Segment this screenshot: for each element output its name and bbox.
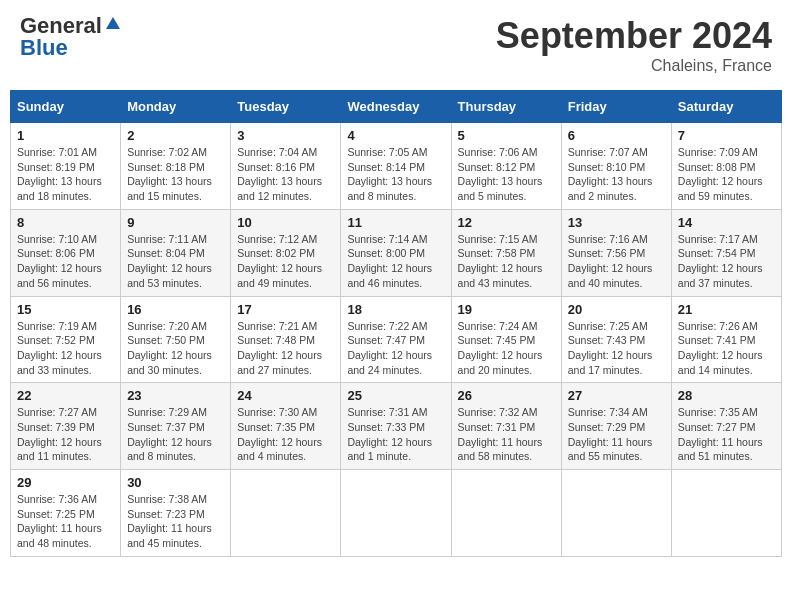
calendar-cell: 30Sunrise: 7:38 AMSunset: 7:23 PMDayligh… (121, 470, 231, 557)
calendar-cell: 29Sunrise: 7:36 AMSunset: 7:25 PMDayligh… (11, 470, 121, 557)
logo-blue: Blue (20, 37, 68, 59)
day-number: 20 (568, 302, 665, 317)
day-number: 11 (347, 215, 444, 230)
calendar-week-row: 1Sunrise: 7:01 AMSunset: 8:19 PMDaylight… (11, 123, 782, 210)
logo-general: General (20, 15, 102, 37)
day-info: Sunrise: 7:20 AMSunset: 7:50 PMDaylight:… (127, 319, 224, 378)
calendar-cell (451, 470, 561, 557)
day-number: 30 (127, 475, 224, 490)
header-thursday: Thursday (451, 91, 561, 123)
day-number: 27 (568, 388, 665, 403)
calendar-cell (231, 470, 341, 557)
day-info: Sunrise: 7:24 AMSunset: 7:45 PMDaylight:… (458, 319, 555, 378)
title-section: September 2024 Chaleins, France (496, 15, 772, 75)
month-title: September 2024 (496, 15, 772, 57)
calendar-cell: 23Sunrise: 7:29 AMSunset: 7:37 PMDayligh… (121, 383, 231, 470)
day-info: Sunrise: 7:07 AMSunset: 8:10 PMDaylight:… (568, 145, 665, 204)
day-info: Sunrise: 7:10 AMSunset: 8:06 PMDaylight:… (17, 232, 114, 291)
day-number: 10 (237, 215, 334, 230)
calendar-cell: 3Sunrise: 7:04 AMSunset: 8:16 PMDaylight… (231, 123, 341, 210)
calendar-cell: 24Sunrise: 7:30 AMSunset: 7:35 PMDayligh… (231, 383, 341, 470)
calendar-cell: 19Sunrise: 7:24 AMSunset: 7:45 PMDayligh… (451, 296, 561, 383)
day-info: Sunrise: 7:05 AMSunset: 8:14 PMDaylight:… (347, 145, 444, 204)
day-info: Sunrise: 7:32 AMSunset: 7:31 PMDaylight:… (458, 405, 555, 464)
day-number: 24 (237, 388, 334, 403)
day-number: 21 (678, 302, 775, 317)
day-info: Sunrise: 7:27 AMSunset: 7:39 PMDaylight:… (17, 405, 114, 464)
day-number: 19 (458, 302, 555, 317)
day-number: 2 (127, 128, 224, 143)
day-number: 9 (127, 215, 224, 230)
calendar-cell: 9Sunrise: 7:11 AMSunset: 8:04 PMDaylight… (121, 209, 231, 296)
calendar-cell: 25Sunrise: 7:31 AMSunset: 7:33 PMDayligh… (341, 383, 451, 470)
calendar-cell: 28Sunrise: 7:35 AMSunset: 7:27 PMDayligh… (671, 383, 781, 470)
day-info: Sunrise: 7:21 AMSunset: 7:48 PMDaylight:… (237, 319, 334, 378)
day-info: Sunrise: 7:17 AMSunset: 7:54 PMDaylight:… (678, 232, 775, 291)
calendar-cell: 16Sunrise: 7:20 AMSunset: 7:50 PMDayligh… (121, 296, 231, 383)
day-number: 22 (17, 388, 114, 403)
day-number: 5 (458, 128, 555, 143)
calendar-table: SundayMondayTuesdayWednesdayThursdayFrid… (10, 90, 782, 557)
calendar-cell: 22Sunrise: 7:27 AMSunset: 7:39 PMDayligh… (11, 383, 121, 470)
day-number: 3 (237, 128, 334, 143)
calendar-cell (341, 470, 451, 557)
day-info: Sunrise: 7:02 AMSunset: 8:18 PMDaylight:… (127, 145, 224, 204)
day-number: 14 (678, 215, 775, 230)
day-info: Sunrise: 7:11 AMSunset: 8:04 PMDaylight:… (127, 232, 224, 291)
calendar-week-row: 22Sunrise: 7:27 AMSunset: 7:39 PMDayligh… (11, 383, 782, 470)
day-info: Sunrise: 7:04 AMSunset: 8:16 PMDaylight:… (237, 145, 334, 204)
calendar-header-row: SundayMondayTuesdayWednesdayThursdayFrid… (11, 91, 782, 123)
day-info: Sunrise: 7:09 AMSunset: 8:08 PMDaylight:… (678, 145, 775, 204)
day-number: 1 (17, 128, 114, 143)
day-info: Sunrise: 7:36 AMSunset: 7:25 PMDaylight:… (17, 492, 114, 551)
day-number: 8 (17, 215, 114, 230)
day-info: Sunrise: 7:29 AMSunset: 7:37 PMDaylight:… (127, 405, 224, 464)
calendar-cell: 17Sunrise: 7:21 AMSunset: 7:48 PMDayligh… (231, 296, 341, 383)
day-info: Sunrise: 7:38 AMSunset: 7:23 PMDaylight:… (127, 492, 224, 551)
header-tuesday: Tuesday (231, 91, 341, 123)
day-number: 4 (347, 128, 444, 143)
header-saturday: Saturday (671, 91, 781, 123)
calendar-cell: 8Sunrise: 7:10 AMSunset: 8:06 PMDaylight… (11, 209, 121, 296)
calendar-cell: 21Sunrise: 7:26 AMSunset: 7:41 PMDayligh… (671, 296, 781, 383)
header-wednesday: Wednesday (341, 91, 451, 123)
header: General Blue September 2024 Chaleins, Fr… (10, 10, 782, 80)
day-info: Sunrise: 7:30 AMSunset: 7:35 PMDaylight:… (237, 405, 334, 464)
day-info: Sunrise: 7:26 AMSunset: 7:41 PMDaylight:… (678, 319, 775, 378)
day-number: 25 (347, 388, 444, 403)
header-monday: Monday (121, 91, 231, 123)
day-number: 15 (17, 302, 114, 317)
calendar-cell: 11Sunrise: 7:14 AMSunset: 8:00 PMDayligh… (341, 209, 451, 296)
day-number: 17 (237, 302, 334, 317)
calendar-week-row: 8Sunrise: 7:10 AMSunset: 8:06 PMDaylight… (11, 209, 782, 296)
calendar-cell (561, 470, 671, 557)
day-number: 13 (568, 215, 665, 230)
day-info: Sunrise: 7:01 AMSunset: 8:19 PMDaylight:… (17, 145, 114, 204)
calendar-cell: 10Sunrise: 7:12 AMSunset: 8:02 PMDayligh… (231, 209, 341, 296)
svg-marker-0 (106, 17, 120, 29)
day-number: 26 (458, 388, 555, 403)
calendar-cell: 12Sunrise: 7:15 AMSunset: 7:58 PMDayligh… (451, 209, 561, 296)
day-info: Sunrise: 7:06 AMSunset: 8:12 PMDaylight:… (458, 145, 555, 204)
day-info: Sunrise: 7:16 AMSunset: 7:56 PMDaylight:… (568, 232, 665, 291)
day-info: Sunrise: 7:14 AMSunset: 8:00 PMDaylight:… (347, 232, 444, 291)
day-info: Sunrise: 7:31 AMSunset: 7:33 PMDaylight:… (347, 405, 444, 464)
calendar-cell: 27Sunrise: 7:34 AMSunset: 7:29 PMDayligh… (561, 383, 671, 470)
calendar-cell: 20Sunrise: 7:25 AMSunset: 7:43 PMDayligh… (561, 296, 671, 383)
day-info: Sunrise: 7:25 AMSunset: 7:43 PMDaylight:… (568, 319, 665, 378)
day-number: 16 (127, 302, 224, 317)
day-info: Sunrise: 7:22 AMSunset: 7:47 PMDaylight:… (347, 319, 444, 378)
header-friday: Friday (561, 91, 671, 123)
day-number: 6 (568, 128, 665, 143)
calendar-week-row: 29Sunrise: 7:36 AMSunset: 7:25 PMDayligh… (11, 470, 782, 557)
calendar-cell: 1Sunrise: 7:01 AMSunset: 8:19 PMDaylight… (11, 123, 121, 210)
calendar-cell: 15Sunrise: 7:19 AMSunset: 7:52 PMDayligh… (11, 296, 121, 383)
calendar-cell: 26Sunrise: 7:32 AMSunset: 7:31 PMDayligh… (451, 383, 561, 470)
calendar-cell: 5Sunrise: 7:06 AMSunset: 8:12 PMDaylight… (451, 123, 561, 210)
calendar-cell: 18Sunrise: 7:22 AMSunset: 7:47 PMDayligh… (341, 296, 451, 383)
day-info: Sunrise: 7:35 AMSunset: 7:27 PMDaylight:… (678, 405, 775, 464)
day-number: 29 (17, 475, 114, 490)
day-info: Sunrise: 7:15 AMSunset: 7:58 PMDaylight:… (458, 232, 555, 291)
logo-icon (104, 15, 122, 33)
calendar-cell: 2Sunrise: 7:02 AMSunset: 8:18 PMDaylight… (121, 123, 231, 210)
